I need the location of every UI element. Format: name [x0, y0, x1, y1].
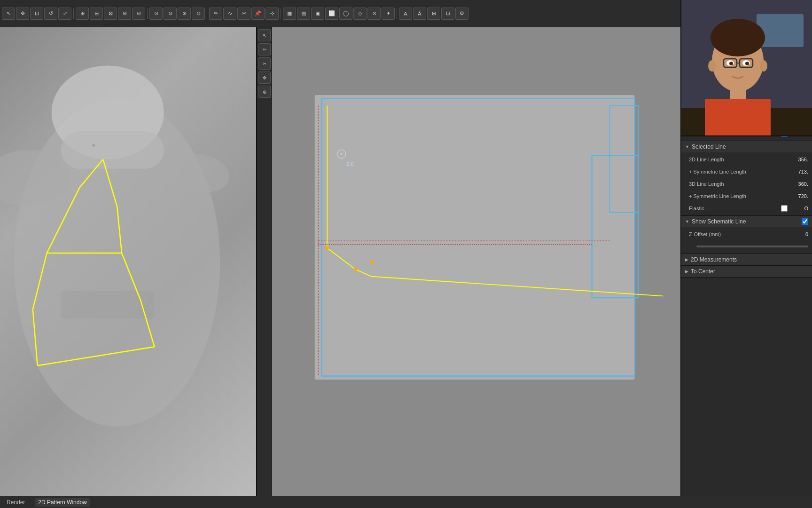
- prop-label-elastic: Elastic: [689, 206, 781, 211]
- svg-point-4: [171, 150, 233, 197]
- section-show-schematic-line: ▼ Show Schematic Line Z-Offset (mm) 0: [681, 216, 812, 254]
- toolbar-btn-4[interactable]: ⊠: [104, 8, 117, 20]
- section-to-center: ▶ To Center: [681, 266, 812, 278]
- separator3: [207, 8, 207, 19]
- prop-row-3d-line-length: 3D Line Length 360.: [681, 178, 812, 190]
- section-2d-measurements-label: 2D Measurements: [691, 256, 737, 263]
- svg-rect-10: [315, 95, 635, 380]
- toolbar-btn-23[interactable]: ⚙: [455, 8, 468, 20]
- toolbar-btn-pencil[interactable]: ✏: [209, 8, 222, 20]
- toolbar-btn-curve[interactable]: ∿: [223, 8, 236, 20]
- prop-label-3d-line-length: 3D Line Length: [689, 181, 789, 187]
- toolbar-btn-sew[interactable]: ⊹: [265, 8, 279, 20]
- prop-value-z-offset: 0: [789, 231, 808, 237]
- chevron-show-schematic-line: ▼: [685, 219, 689, 224]
- svg-point-19: [325, 246, 329, 250]
- toolbar-btn-scale[interactable]: ⤢: [58, 8, 71, 20]
- prop-row-z-offset-slider[interactable]: [681, 240, 812, 253]
- prop-value-3d-line-length: 360.: [789, 181, 808, 187]
- prop-value-sym-line-1: 713.: [789, 169, 808, 175]
- status-tab-2d-pattern[interactable]: 2D Pattern Window: [35, 498, 89, 507]
- toolbar-btn-rotate[interactable]: ↺: [44, 8, 57, 20]
- prop-row-elastic: Elastic O: [681, 202, 812, 214]
- section-selected-line-content: 2D Line Length 356. + Symmetric Line Len…: [681, 152, 812, 215]
- section-to-center-header[interactable]: ▶ To Center: [681, 266, 812, 277]
- section-2d-measurements-header[interactable]: ▶ 2D Measurements: [681, 254, 812, 265]
- viewport-2d: ↖ ✏ ✂ ✥ ⊕: [257, 27, 680, 496]
- status-tab-render-label: Render: [7, 499, 25, 506]
- toolbar-btn-17[interactable]: ⤨: [367, 8, 381, 20]
- viewport-3d[interactable]: [0, 27, 257, 496]
- chevron-to-center: ▶: [685, 269, 688, 274]
- elastic-checkbox[interactable]: [781, 205, 788, 212]
- svg-rect-5: [61, 291, 155, 319]
- show-schematic-line-checkbox[interactable]: [802, 218, 808, 225]
- toolbar-btn-5[interactable]: ⊗: [118, 8, 131, 20]
- section-selected-line-label: Selected Line: [692, 143, 726, 150]
- pattern-tool-pen[interactable]: ✏: [258, 43, 271, 56]
- toolbar-btn-16[interactable]: ◇: [353, 8, 367, 20]
- toolbar-btn-19[interactable]: A: [399, 8, 412, 20]
- status-bar: Render 2D Pattern Window: [0, 496, 812, 508]
- separator2: [147, 8, 148, 19]
- svg-point-36: [708, 60, 716, 71]
- section-show-schematic-line-content: Z-Offset (mm) 0: [681, 227, 812, 254]
- toolbar-btn-6[interactable]: ⊘: [132, 8, 145, 20]
- prop-row-symmetric-line-length-2: + Symmetric Line Length 720.: [681, 190, 812, 202]
- toolbar-btn-14[interactable]: ⬜: [325, 8, 338, 20]
- toolbar-btn-22[interactable]: ⊡: [441, 8, 454, 20]
- svg-point-1: [52, 66, 164, 159]
- svg-point-21: [370, 261, 374, 264]
- separator4: [281, 8, 281, 19]
- prop-value-2d-line-length: 356.: [789, 157, 808, 162]
- toolbar-btn-15[interactable]: ◯: [339, 8, 352, 20]
- section-to-center-label: To Center: [691, 268, 715, 275]
- pattern-tool-select[interactable]: ↖: [258, 29, 271, 41]
- svg-point-3: [0, 150, 70, 206]
- svg-line-7: [38, 347, 155, 365]
- svg-rect-32: [705, 99, 771, 136]
- svg-text:6.6: 6.6: [347, 161, 354, 167]
- toolbar-btn-21[interactable]: ⊞: [427, 8, 440, 20]
- prop-label-z-offset: Z-Offset (mm): [689, 231, 789, 237]
- svg-point-41: [745, 62, 749, 65]
- section-selected-line-header[interactable]: ▼ Selected Line: [681, 141, 812, 152]
- section-selected-line: ▼ Selected Line 2D Line Length 356. + Sy…: [681, 141, 812, 216]
- svg-point-0: [14, 98, 220, 426]
- toolbar-btn-move[interactable]: ⊡: [30, 8, 43, 20]
- z-offset-slider[interactable]: [696, 246, 808, 247]
- pattern-toolbar: ↖ ✏ ✂ ✥ ⊕: [257, 27, 272, 496]
- toolbar-btn-10[interactable]: ⊜: [192, 8, 205, 20]
- toolbar-btn-3[interactable]: ⊟: [90, 8, 103, 20]
- svg-point-8: [92, 144, 95, 147]
- toolbar-btn-2[interactable]: ⊞: [76, 8, 89, 20]
- toolbar-btn-18[interactable]: ✦: [382, 8, 395, 20]
- toolbar-btn-pin[interactable]: 📌: [251, 8, 265, 20]
- prop-label-sym-line-2: + Symmetric Line Length: [689, 193, 789, 199]
- toolbar-btn-9[interactable]: ⊛: [178, 8, 191, 20]
- toolbar-btn-12[interactable]: ▤: [297, 8, 310, 20]
- pattern-tool-zoom[interactable]: ⊕: [258, 86, 271, 98]
- svg-point-40: [729, 62, 733, 65]
- toolbar-btn-13[interactable]: ▣: [311, 8, 324, 20]
- status-tab-render[interactable]: Render: [4, 498, 28, 507]
- pattern-tool-move[interactable]: ✥: [258, 71, 271, 84]
- prop-label-2d-line-length: 2D Line Length: [689, 157, 789, 162]
- svg-point-23: [340, 153, 343, 155]
- chevron-2d-measurements: ▶: [685, 257, 688, 262]
- section-show-schematic-line-header[interactable]: ▼ Show Schematic Line: [681, 216, 812, 227]
- prop-row-z-offset: Z-Offset (mm) 0: [681, 228, 812, 240]
- pattern-2d-canvas[interactable]: 6.6: [272, 27, 680, 496]
- toolbar-btn-11[interactable]: ▦: [283, 8, 296, 20]
- toolbar-btn-8[interactable]: ⊚: [164, 8, 177, 20]
- prop-row-2d-line-length: 2D Line Length 356.: [681, 153, 812, 166]
- svg-point-20: [354, 268, 358, 271]
- toolbar-btn-select[interactable]: ✥: [16, 8, 29, 20]
- toolbar-btn-scissors[interactable]: ✂: [237, 8, 250, 20]
- toolbar-btn-20[interactable]: Å: [413, 8, 426, 20]
- toolbar-btn-arrow[interactable]: ↖: [2, 8, 15, 20]
- section-show-schematic-line-label: Show Schematic Line: [692, 218, 746, 225]
- svg-point-30: [710, 19, 765, 56]
- toolbar-btn-7[interactable]: ⊙: [149, 8, 163, 20]
- pattern-tool-scissors[interactable]: ✂: [258, 57, 271, 70]
